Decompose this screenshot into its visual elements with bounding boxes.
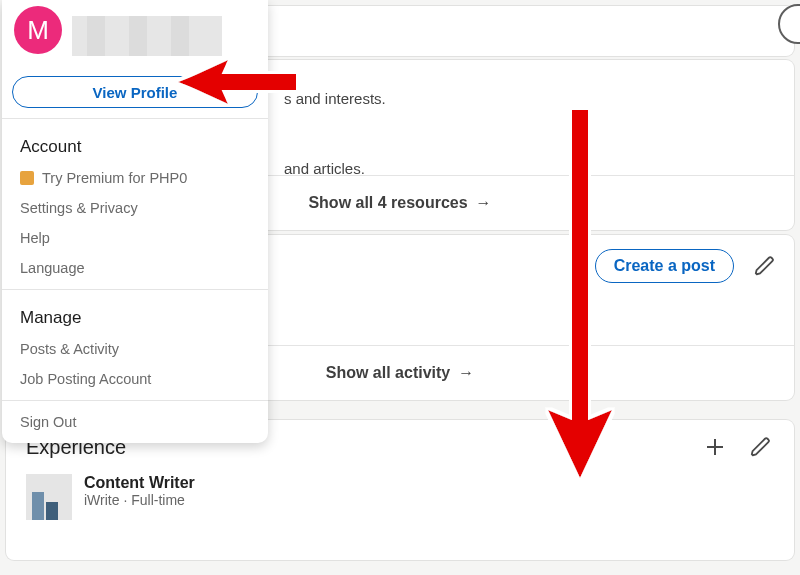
divider (2, 400, 268, 401)
try-premium-item[interactable]: Try Premium for PHP0 (2, 163, 268, 193)
divider (2, 118, 268, 119)
sign-out-item[interactable]: Sign Out (2, 407, 268, 437)
help-item[interactable]: Help (2, 223, 268, 253)
show-all-resources-label: Show all 4 resources (308, 194, 467, 212)
language-item[interactable]: Language (2, 253, 268, 283)
add-experience-button[interactable] (702, 434, 728, 460)
company-logo-icon (26, 474, 72, 520)
experience-meta: iWrite · Full-time (84, 492, 195, 508)
me-dropdown-panel: M View Profile Account Try Premium for P… (2, 0, 268, 443)
edit-activity-button[interactable] (752, 253, 778, 279)
view-profile-button[interactable]: View Profile (12, 76, 258, 108)
pencil-icon (754, 255, 776, 277)
premium-badge-icon (20, 171, 34, 185)
settings-privacy-item[interactable]: Settings & Privacy (2, 193, 268, 223)
profile-name-redacted (72, 16, 222, 56)
show-all-activity-label: Show all activity (326, 364, 450, 382)
job-posting-item[interactable]: Job Posting Account (2, 364, 268, 394)
edit-experience-button[interactable] (748, 434, 774, 460)
manage-section-title: Manage (2, 296, 268, 334)
arrow-right-icon: → (458, 364, 474, 382)
resources-text-1: s and interests. (284, 90, 386, 107)
experience-item[interactable]: Content Writer iWrite · Full-time (6, 464, 794, 530)
try-premium-label: Try Premium for PHP0 (42, 170, 187, 186)
create-post-button[interactable]: Create a post (595, 249, 734, 283)
posts-activity-item[interactable]: Posts & Activity (2, 334, 268, 364)
arrow-right-icon: → (476, 194, 492, 212)
divider (2, 289, 268, 290)
plus-icon (703, 435, 727, 459)
avatar[interactable]: M (14, 6, 62, 54)
experience-role: Content Writer (84, 474, 195, 492)
pencil-icon (750, 436, 772, 458)
account-section-title: Account (2, 125, 268, 163)
